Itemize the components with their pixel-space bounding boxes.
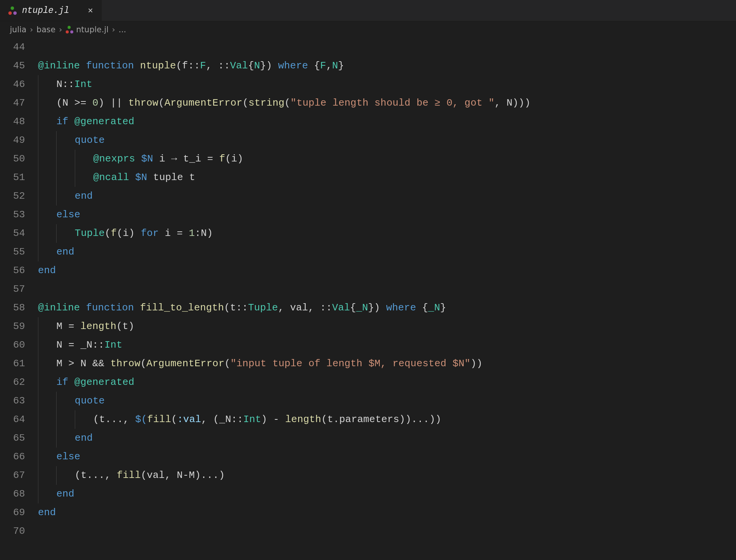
code-area[interactable]: @inline function ntuple(f::F, ::Val{N}) … (38, 38, 736, 541)
code-line[interactable]: M > N && throw(ArgumentError("input tupl… (38, 354, 736, 373)
token: )) (429, 414, 441, 425)
code-line[interactable]: @inline function ntuple(f::F, ::Val{N}) … (38, 57, 736, 75)
breadcrumb-seg-file[interactable]: ntuple.jl (76, 25, 109, 34)
code-line[interactable]: if @generated (38, 373, 736, 392)
token: ) (261, 414, 273, 425)
code-line[interactable]: M = length(t) (38, 317, 736, 336)
token (75, 414, 93, 425)
token: > (62, 358, 80, 369)
token: if (56, 376, 68, 388)
token: _N (356, 302, 368, 313)
token: t (230, 302, 236, 313)
code-line[interactable]: Tuple(f(i) for i = 1:N) (38, 224, 736, 243)
code-line[interactable]: N = _N::Int (38, 336, 736, 354)
token: N (62, 97, 68, 109)
token: f (111, 228, 117, 239)
token: , (308, 302, 320, 313)
token: else (56, 451, 80, 462)
token (38, 153, 56, 165)
token: @inline (38, 302, 80, 313)
token (38, 339, 56, 351)
line-number-gutter: 4445464748495051525354555657585960616263… (0, 38, 38, 541)
token (38, 432, 56, 444)
code-line[interactable]: end (38, 429, 736, 448)
token: end (75, 432, 93, 444)
code-line[interactable]: end (38, 503, 736, 522)
token (38, 79, 56, 90)
token: = (201, 153, 219, 165)
editor[interactable]: 4445464748495051525354555657585960616263… (0, 38, 736, 541)
line-number: 58 (0, 299, 25, 317)
code-line[interactable]: else (38, 448, 736, 466)
code-line[interactable]: quote (38, 392, 736, 410)
breadcrumb-seg-julia[interactable]: julia (10, 25, 27, 34)
close-icon[interactable]: ✕ (86, 6, 95, 15)
code-line[interactable]: (t..., fill(val, N-M)...) (38, 466, 736, 485)
token: } (440, 302, 446, 313)
token: ) (207, 228, 213, 239)
code-line[interactable]: @ncall $N tuple t (38, 168, 736, 187)
token: end (38, 507, 56, 518)
line-number: 60 (0, 336, 25, 354)
token: ( (224, 302, 230, 313)
token: ( (158, 97, 164, 109)
code-line[interactable] (38, 280, 736, 299)
code-line[interactable]: @nexprs $N i → t_i = f(i) (38, 150, 736, 168)
token: ) (128, 321, 134, 332)
token: Int (74, 79, 92, 90)
code-line[interactable]: end (38, 261, 736, 280)
breadcrumb-seg-ellipsis[interactable]: ... (118, 25, 126, 34)
token: ( (116, 321, 122, 332)
token (57, 470, 74, 481)
token: Int (243, 414, 261, 425)
token (38, 97, 56, 109)
token: , (165, 470, 177, 481)
token (38, 376, 56, 388)
code-line[interactable]: end (38, 243, 736, 261)
code-line[interactable]: end (38, 485, 736, 503)
line-number: 54 (0, 224, 25, 243)
code-line[interactable] (38, 522, 736, 541)
line-number: 62 (0, 373, 25, 392)
token: fill (147, 414, 171, 425)
token: ... (411, 414, 429, 425)
julia-icon (66, 26, 73, 33)
tab-bar: ntuple.jl ✕ (0, 0, 736, 21)
token (57, 190, 74, 202)
chevron-right-icon: › (59, 25, 62, 34)
code-line[interactable]: @inline function fill_to_length(t::Tuple… (38, 299, 736, 317)
token: → (165, 153, 183, 165)
code-line[interactable]: (N >= 0) || throw(ArgumentError(string("… (38, 94, 736, 112)
token (57, 432, 74, 444)
token: where (386, 302, 416, 313)
tab-ntuple[interactable]: ntuple.jl ✕ (0, 0, 102, 21)
token: else (56, 209, 80, 220)
token: M (56, 321, 62, 332)
token: :: (218, 60, 230, 71)
token: 0 (92, 97, 98, 109)
token: ) (195, 470, 201, 481)
code-line[interactable] (38, 38, 736, 57)
code-line[interactable]: quote (38, 131, 736, 150)
line-number: 70 (0, 522, 25, 541)
token: ..., (87, 470, 117, 481)
line-number: 44 (0, 38, 25, 57)
token: :: (62, 79, 74, 90)
breadcrumb-seg-base[interactable]: base (36, 25, 55, 34)
token: ( (141, 470, 147, 481)
token: end (56, 488, 74, 500)
token: end (38, 265, 56, 276)
code-line[interactable]: end (38, 187, 736, 206)
code-line[interactable]: N::Int (38, 75, 736, 94)
token: t (99, 414, 105, 425)
token: ntuple (140, 60, 176, 71)
token: i (159, 153, 165, 165)
code-line[interactable]: else (38, 206, 736, 224)
code-line[interactable]: if @generated (38, 112, 736, 131)
token: throw (128, 97, 158, 109)
line-number: 51 (0, 168, 25, 187)
code-line[interactable]: (t..., $(fill(:val, (_N::Int) - length(t… (38, 410, 736, 429)
token: { (248, 60, 254, 71)
token (57, 228, 74, 239)
token: :: (92, 339, 104, 351)
